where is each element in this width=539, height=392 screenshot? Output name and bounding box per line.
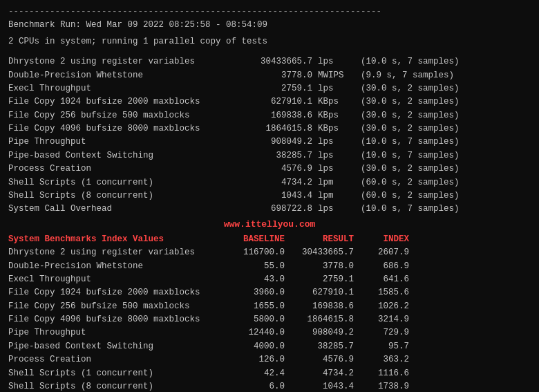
- bench-label: Pipe Throughput: [8, 136, 223, 149]
- idx-baseline: 126.0: [223, 353, 285, 366]
- bench-value: 30433665.7: [223, 55, 312, 68]
- index-data-row: File Copy 256 bufsize 500 maxblocks1655.…: [8, 300, 531, 313]
- idx-result: 30433665.7: [285, 246, 354, 259]
- benchmark-row: Pipe-based Context Switching38285.7lps (…: [8, 149, 531, 162]
- bench-label: System Call Overhead: [8, 203, 223, 216]
- idx-baseline: 6.0: [223, 380, 285, 392]
- benchmark-row: Double-Precision Whetstone3778.0MWIPS(9.…: [8, 69, 531, 82]
- bench-samples: (30.0 s, 2 samples): [361, 122, 531, 136]
- idx-label: Pipe-based Context Switching: [8, 340, 223, 353]
- benchmark-row: File Copy 4096 bufsize 8000 maxblocks186…: [8, 122, 531, 136]
- bench-unit: lpm: [312, 176, 361, 189]
- bench-unit: lps: [312, 149, 361, 162]
- idx-result: 2759.1: [285, 273, 354, 286]
- bench-unit: lps: [312, 162, 361, 176]
- bench-value: 1864615.8: [223, 122, 312, 136]
- bench-label: File Copy 4096 bufsize 8000 maxblocks: [8, 122, 223, 136]
- benchmark-list: Dhrystone 2 using register variables3043…: [8, 55, 531, 216]
- bench-unit: lps: [312, 203, 361, 216]
- idx-result: 3778.0: [285, 260, 354, 273]
- idx-result: 627910.1: [285, 286, 354, 299]
- idx-index-value: 3214.9: [354, 313, 409, 326]
- bench-samples: (60.0 s, 2 samples): [361, 176, 531, 189]
- benchmark-row: Shell Scripts (8 concurrent)1043.4lpm (6…: [8, 189, 531, 203]
- index-data-row: Double-Precision Whetstone55.03778.0686.…: [8, 260, 531, 273]
- idx-result: 908049.2: [285, 326, 354, 339]
- bench-samples: (30.0 s, 2 samples): [361, 109, 531, 122]
- bench-label: Execl Throughput: [8, 82, 223, 95]
- bench-value: 2759.1: [223, 82, 312, 95]
- bench-label: Double-Precision Whetstone: [8, 69, 223, 82]
- idx-index-value: 363.2: [354, 353, 409, 366]
- idx-index-value: 686.9: [354, 260, 409, 273]
- separator-top: ----------------------------------------…: [8, 6, 531, 19]
- col-result: RESULT: [285, 233, 354, 246]
- bench-unit: MWIPS: [312, 69, 361, 82]
- index-data-row: Pipe Throughput12440.0908049.2729.9: [8, 326, 531, 339]
- idx-result: 169838.6: [285, 300, 354, 313]
- idx-label: Double-Precision Whetstone: [8, 260, 223, 273]
- bench-label: Process Creation: [8, 162, 223, 176]
- idx-label: Shell Scripts (8 concurrent): [8, 380, 223, 392]
- benchmark-row: File Copy 1024 bufsize 2000 maxblocks627…: [8, 95, 531, 109]
- index-header-row: System Benchmarks Index ValuesBASELINERE…: [8, 233, 531, 246]
- index-section: System Benchmarks Index ValuesBASELINERE…: [8, 233, 531, 392]
- bench-value: 908049.2: [223, 136, 312, 149]
- idx-index-value: 1116.6: [354, 367, 409, 380]
- header-line1: Benchmark Run: Wed Mar 09 2022 08:25:58 …: [8, 19, 531, 32]
- bench-value: 698722.8: [223, 203, 312, 216]
- idx-baseline: 3960.0: [223, 286, 285, 299]
- benchmark-row: Pipe Throughput908049.2lps (10.0 s, 7 sa…: [8, 136, 531, 149]
- benchmark-row: Shell Scripts (1 concurrent)4734.2lpm (6…: [8, 176, 531, 189]
- index-data-row: Shell Scripts (8 concurrent)6.01043.4173…: [8, 380, 531, 392]
- bench-value: 627910.1: [223, 95, 312, 109]
- bench-unit: lpm: [312, 189, 361, 203]
- index-data-row: Pipe-based Context Switching4000.038285.…: [8, 340, 531, 353]
- bench-samples: (30.0 s, 2 samples): [361, 82, 531, 95]
- header-line2: 2 CPUs in system; running 1 parallel cop…: [8, 35, 531, 48]
- bench-unit: KBps: [312, 95, 361, 109]
- bench-label: File Copy 256 bufsize 500 maxblocks: [8, 109, 223, 122]
- idx-label: File Copy 4096 bufsize 8000 maxblocks: [8, 313, 223, 326]
- col-baseline: BASELINE: [223, 233, 285, 246]
- bench-samples: (10.0 s, 7 samples): [361, 149, 531, 162]
- idx-index-value: 1738.9: [354, 380, 409, 392]
- idx-index-value: 1585.6: [354, 286, 409, 299]
- idx-result: 1043.4: [285, 380, 354, 392]
- idx-baseline: 116700.0: [223, 246, 285, 259]
- idx-baseline: 43.0: [223, 273, 285, 286]
- terminal: ----------------------------------------…: [8, 6, 531, 392]
- index-data-row: File Copy 1024 bufsize 2000 maxblocks396…: [8, 286, 531, 299]
- bench-label: Dhrystone 2 using register variables: [8, 55, 223, 68]
- idx-label: Pipe Throughput: [8, 326, 223, 339]
- bench-samples: (9.9 s, 7 samples): [361, 69, 531, 82]
- col-index: INDEX: [354, 233, 409, 246]
- benchmark-row: System Call Overhead698722.8lps (10.0 s,…: [8, 203, 531, 216]
- bench-value: 38285.7: [223, 149, 312, 162]
- idx-baseline: 5800.0: [223, 313, 285, 326]
- idx-result: 38285.7: [285, 340, 354, 353]
- idx-index-value: 2607.9: [354, 246, 409, 259]
- idx-index-value: 1026.2: [354, 300, 409, 313]
- idx-result: 4576.9: [285, 353, 354, 366]
- idx-label: Execl Throughput: [8, 273, 223, 286]
- index-section-title: System Benchmarks Index Values: [8, 233, 223, 246]
- bench-label: Pipe-based Context Switching: [8, 149, 223, 162]
- idx-index-value: 641.6: [354, 273, 409, 286]
- index-data-row: Shell Scripts (1 concurrent)42.44734.211…: [8, 367, 531, 380]
- bench-label: Shell Scripts (8 concurrent): [8, 189, 223, 203]
- index-data-row: File Copy 4096 bufsize 8000 maxblocks580…: [8, 313, 531, 326]
- idx-baseline: 42.4: [223, 367, 285, 380]
- idx-index-value: 729.9: [354, 326, 409, 339]
- bench-samples: (60.0 s, 2 samples): [361, 189, 531, 203]
- bench-label: File Copy 1024 bufsize 2000 maxblocks: [8, 95, 223, 109]
- index-data-row: Execl Throughput43.02759.1641.6: [8, 273, 531, 286]
- idx-label: Process Creation: [8, 353, 223, 366]
- bench-samples: (10.0 s, 7 samples): [361, 136, 531, 149]
- bench-value: 169838.6: [223, 109, 312, 122]
- idx-label: File Copy 1024 bufsize 2000 maxblocks: [8, 286, 223, 299]
- idx-result: 1864615.8: [285, 313, 354, 326]
- benchmark-row: Process Creation4576.9lps (30.0 s, 2 sam…: [8, 162, 531, 176]
- bench-unit: KBps: [312, 122, 361, 136]
- bench-value: 4734.2: [223, 176, 312, 189]
